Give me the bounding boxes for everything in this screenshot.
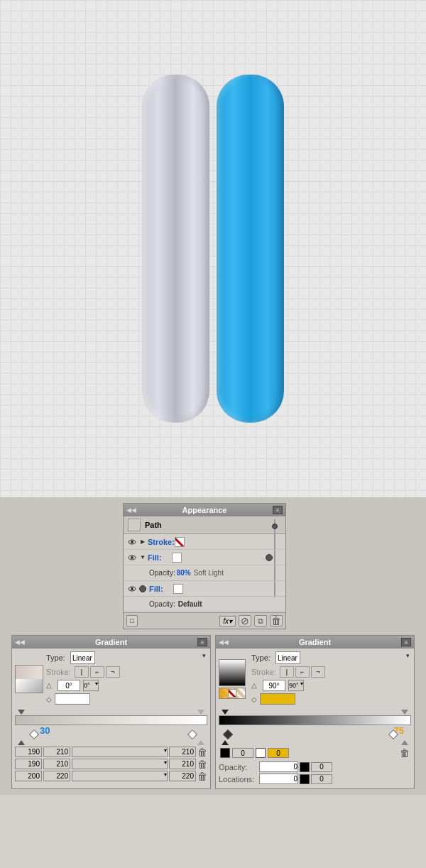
stop-black[interactable] bbox=[220, 748, 230, 758]
grad-left-angle-select[interactable]: 0° bbox=[83, 680, 99, 691]
stroke-btn3[interactable]: ¬ bbox=[106, 666, 120, 678]
shape-left bbox=[142, 75, 209, 423]
grad-right-top-handles bbox=[219, 710, 411, 715]
gradient-left-title: Gradient bbox=[95, 638, 127, 646]
grad-left-slider-track[interactable] bbox=[15, 715, 207, 725]
g2-input[interactable] bbox=[43, 759, 70, 769]
stop-val-left[interactable] bbox=[232, 748, 253, 758]
grad-left-type-select[interactable]: Linear Radial bbox=[70, 651, 95, 664]
grad-left-preview bbox=[15, 665, 43, 693]
r3-input[interactable] bbox=[15, 771, 42, 781]
diamond-handle-right[interactable] bbox=[187, 729, 197, 739]
stop-white[interactable] bbox=[256, 748, 266, 758]
grad-left-top-handles bbox=[15, 710, 207, 715]
fill2-circle bbox=[139, 585, 146, 592]
grad-right-angle-input[interactable] bbox=[263, 680, 285, 691]
b3-input[interactable] bbox=[169, 771, 196, 781]
panel-menu-button[interactable]: ≡ bbox=[273, 506, 283, 514]
stroke-row: ▶ Stroke: bbox=[124, 534, 285, 550]
delete-color3[interactable]: 🗑 bbox=[197, 771, 207, 781]
opacity-label-row: Opacity: bbox=[219, 761, 411, 772]
grad-left-collapse: ◀◀ bbox=[15, 639, 25, 646]
slider-thumb[interactable] bbox=[272, 523, 278, 529]
grad-left-bottom-handles bbox=[15, 740, 207, 745]
gradient-left-titlebar: ◀◀ Gradient ≡ bbox=[12, 636, 210, 649]
stroke-expand[interactable]: ▶ bbox=[139, 538, 146, 546]
opacity1-value: 80% bbox=[177, 569, 191, 577]
locations-black-stop[interactable] bbox=[300, 774, 310, 784]
locations-field-value[interactable] bbox=[259, 774, 298, 784]
panels-area: ◀◀ Appearance ≡ Path ▶ Stroke: bbox=[0, 497, 426, 795]
stroke-btn2[interactable]: ⌐ bbox=[90, 666, 104, 678]
stop-val-right[interactable] bbox=[268, 748, 289, 758]
fill-expand[interactable]: ▼ bbox=[139, 554, 146, 561]
r1-input[interactable] bbox=[15, 747, 42, 757]
grad-r-stroke-btn3[interactable]: ¬ bbox=[311, 666, 325, 678]
handle-bottom-right[interactable] bbox=[197, 740, 204, 745]
handle-top-right[interactable] bbox=[197, 710, 204, 715]
r-handle-top-right[interactable] bbox=[401, 710, 408, 715]
stroke-visibility[interactable] bbox=[126, 537, 138, 547]
g3-input[interactable] bbox=[43, 771, 70, 781]
appearance-title: Appearance bbox=[182, 506, 227, 514]
opacity-black-stop[interactable] bbox=[300, 762, 310, 772]
titlebar-right: ≡ bbox=[273, 506, 283, 514]
r-handle-top-left[interactable] bbox=[222, 710, 229, 715]
fill-circle-handle[interactable] bbox=[266, 554, 273, 561]
g1-input[interactable] bbox=[43, 747, 70, 757]
opacity2-row: Opacity: Default bbox=[124, 597, 285, 612]
grad-left-slider-container: 30 bbox=[15, 710, 207, 745]
grad-right-type-select[interactable]: Linear Radial bbox=[275, 651, 300, 664]
duplicate-btn[interactable]: ⧉ bbox=[254, 615, 267, 626]
grad-right-delete[interactable]: 🗑 bbox=[400, 748, 410, 758]
grad-right-menu[interactable]: ≡ bbox=[401, 638, 411, 646]
opacity-field-value[interactable] bbox=[259, 761, 298, 772]
fill-color-icon[interactable] bbox=[172, 553, 182, 563]
new-layer-icon[interactable]: □ bbox=[126, 615, 138, 626]
delete-btn[interactable]: 🗑 bbox=[270, 615, 283, 626]
col-select1[interactable] bbox=[72, 747, 168, 757]
grad-left-angle-row: △ 0° bbox=[46, 680, 207, 691]
opacity-field-label: Opacity: bbox=[219, 763, 258, 771]
grad-left-type-row: Type: Linear Radial bbox=[46, 651, 207, 664]
diamond-handle-left[interactable] bbox=[29, 729, 39, 739]
fill-visibility[interactable] bbox=[126, 553, 138, 563]
handle-bottom-left[interactable] bbox=[18, 740, 25, 745]
r2-input[interactable] bbox=[15, 759, 42, 769]
gradient-left-content: Type: Linear Radial Stroke: | ⌐ bbox=[12, 649, 210, 786]
r-handle-bottom-left[interactable] bbox=[222, 740, 229, 745]
fx-button[interactable]: fx▾ bbox=[219, 616, 236, 626]
stroke-color-icon[interactable] bbox=[175, 537, 185, 547]
grad-right-location-row: ◇ bbox=[251, 693, 411, 705]
r-diamond-handle-left[interactable] bbox=[223, 729, 233, 739]
titlebar-left: ◀◀ bbox=[126, 506, 136, 514]
col-select3[interactable] bbox=[72, 771, 168, 781]
fill2-visibility[interactable] bbox=[126, 584, 138, 594]
grad-left-location-row: ◇ bbox=[46, 693, 207, 705]
svg-point-5 bbox=[131, 587, 133, 590]
location-number-left: 30 bbox=[40, 725, 50, 736]
col-select2[interactable] bbox=[72, 759, 168, 769]
r-handle-bottom-right[interactable] bbox=[401, 740, 408, 745]
stroke-btn1[interactable]: | bbox=[75, 666, 89, 678]
grad-right-slider-track[interactable] bbox=[219, 715, 411, 725]
grad-left-location-input[interactable] bbox=[55, 693, 90, 705]
fill2-color-icon[interactable] bbox=[173, 584, 183, 594]
delete-color1[interactable]: 🗑 bbox=[197, 747, 207, 757]
grad-left-stroke-row: Stroke: | ⌐ ¬ bbox=[46, 666, 207, 678]
b2-input[interactable] bbox=[169, 759, 196, 769]
appearance-titlebar: ◀◀ Appearance ≡ bbox=[124, 504, 285, 516]
grad-right-angle-select[interactable]: 90° bbox=[288, 680, 304, 691]
locations-field-label: Locations: bbox=[219, 775, 258, 783]
handle-top-left[interactable] bbox=[18, 710, 25, 715]
grad-r-stroke-btn2[interactable]: ⌐ bbox=[295, 666, 310, 678]
grad-left-menu[interactable]: ≡ bbox=[197, 638, 207, 646]
b1-input[interactable] bbox=[169, 747, 196, 757]
delete-color2[interactable]: 🗑 bbox=[197, 759, 207, 769]
opacity-stop-val[interactable] bbox=[311, 762, 332, 772]
grad-left-angle-input[interactable] bbox=[58, 680, 80, 691]
grad-right-location-input[interactable] bbox=[260, 693, 295, 705]
grad-r-stroke-btn1[interactable]: | bbox=[280, 666, 294, 678]
circle-btn1[interactable]: ⊘ bbox=[239, 615, 251, 626]
locations-stop-val[interactable] bbox=[311, 774, 332, 784]
